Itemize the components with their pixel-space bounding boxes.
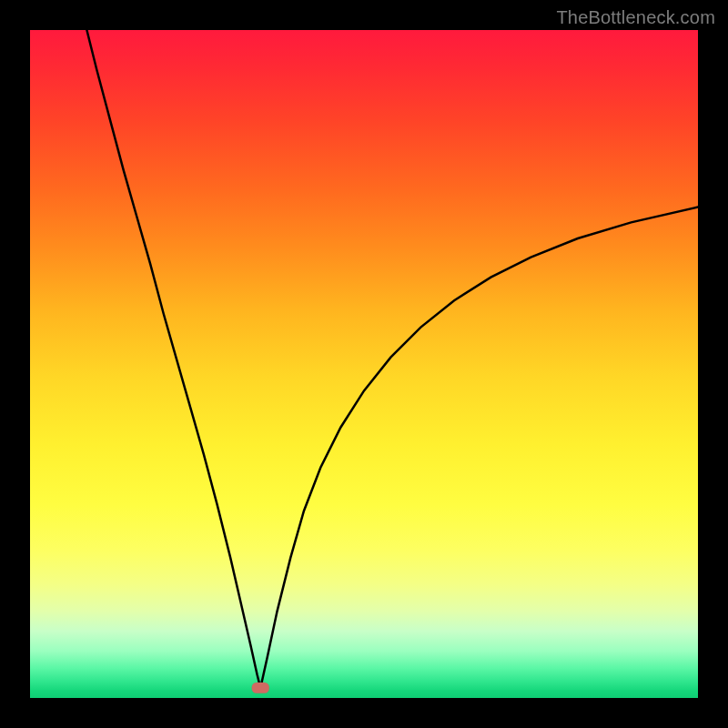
curve-right-branch — [260, 207, 698, 688]
chart-stage: TheBottleneck.com — [0, 0, 728, 728]
curve-left-branch — [86, 30, 260, 688]
minimum-marker — [252, 682, 269, 693]
plot-area — [30, 30, 698, 698]
watermark-text: TheBottleneck.com — [556, 7, 715, 28]
curve-layer — [30, 30, 698, 698]
